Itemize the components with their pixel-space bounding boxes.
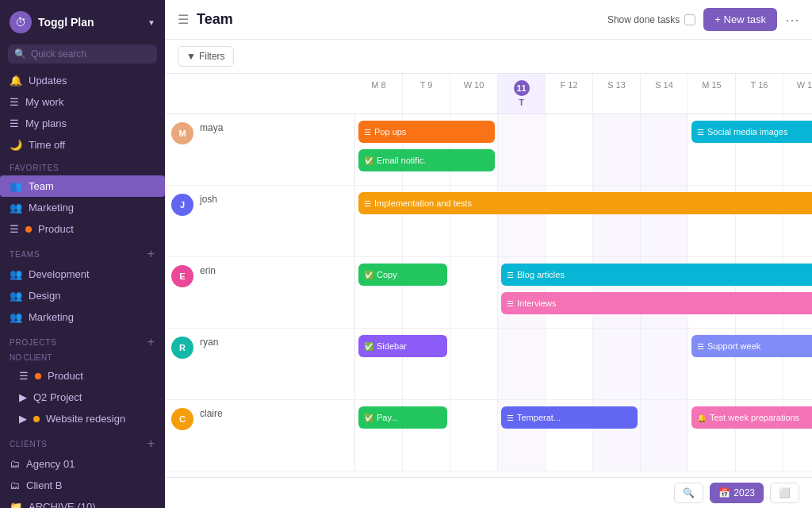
new-task-button[interactable]: + New task: [703, 8, 777, 31]
date-col-T9: T 9: [403, 74, 450, 114]
dot-indicator: [35, 373, 41, 379]
date-bg-col: [641, 114, 688, 185]
dot-indicator: [33, 416, 40, 422]
filter-icon: ▼: [186, 51, 196, 62]
topbar-left: ☰ Team: [178, 11, 233, 28]
date-bg-col: [498, 400, 546, 471]
date-bg-col: [498, 186, 546, 256]
zoom-button[interactable]: 🔍: [674, 483, 703, 503]
timeline-row-ryan: Rryan✅Sidebar☰Support week🔔Billing secti…: [165, 329, 812, 400]
date-bg-col: [450, 114, 498, 185]
date-bg-col: [688, 114, 736, 185]
date-bg-col: [546, 114, 593, 185]
search-input[interactable]: [31, 48, 151, 60]
avatar-erin: E: [171, 265, 193, 287]
sidebar-nav: 🔔Updates☰My work☰My plans🌙Time off: [0, 70, 165, 156]
nav-icon: ☰: [10, 117, 19, 129]
date-bg-col: [450, 257, 498, 328]
date-bg-col: [498, 257, 546, 328]
date-bg-col: [450, 186, 498, 256]
workspace-header[interactable]: ⏱ Toggl Plan ▼: [0, 0, 165, 44]
sidebar-item-team[interactable]: 👥Team: [0, 175, 165, 197]
sidebar-item-agency01[interactable]: 🗂Agency 01: [0, 453, 165, 475]
row-content-maya: ☰Pop ups✅Email notific.☰Social media ima…: [355, 114, 812, 185]
fav-icon: 👥: [10, 202, 22, 214]
teams-section-label: TEAMS +: [0, 240, 165, 264]
add-client-button[interactable]: +: [147, 437, 155, 450]
date-bg-col: [593, 114, 641, 185]
add-project-button[interactable]: +: [147, 336, 155, 348]
date-bg-col: [641, 186, 688, 256]
sidebar-item-development[interactable]: 👥Development: [0, 264, 165, 285]
sidebar-item-client-b[interactable]: 🗂Client B: [0, 475, 165, 496]
nav-icon: 🌙: [10, 139, 22, 151]
proj-icon: ☰: [19, 370, 29, 382]
date-col-S13: S 13: [593, 74, 641, 114]
fav-icon: ☰: [10, 223, 19, 235]
sidebar-item-marketing[interactable]: 👥Marketing: [0, 197, 165, 218]
date-bg-col: [736, 114, 783, 185]
date-bg-col: [736, 329, 783, 399]
timeline-body: Mmaya☰Pop ups✅Email notific.☰Social medi…: [165, 114, 812, 471]
nav-icon: ☰: [10, 96, 19, 108]
sidebar-item-product-proj[interactable]: ☰Product: [0, 365, 165, 387]
date-bg-col: [641, 257, 688, 328]
zoom-icon: 🔍: [683, 487, 695, 498]
date-bg-col: [736, 257, 783, 328]
projects-section-label: PROJECTS +: [0, 328, 165, 352]
row-name-erin: erin: [200, 265, 216, 276]
filters-button[interactable]: ▼ Filters: [178, 46, 234, 67]
timeline-container[interactable]: M 8T 9W 1011TF 12S 13S 14M 15T 16W 17T 1…: [165, 74, 812, 477]
sidebar-item-my-plans[interactable]: ☰My plans: [0, 113, 165, 134]
search-bar[interactable]: 🔍: [8, 44, 157, 64]
more-options-icon[interactable]: ⋯: [785, 11, 799, 29]
date-bg-col: [783, 257, 812, 328]
date-bg-col: [403, 114, 450, 185]
app-logo: ⏱: [10, 11, 32, 33]
expand-button[interactable]: ⬜: [770, 483, 799, 503]
sidebar-teams: 👥Development👥Design👥Marketing: [0, 264, 165, 328]
date-bg-col: [641, 329, 688, 399]
sidebar-item-my-work[interactable]: ☰My work: [0, 91, 165, 113]
favorites-section-label: FAVORITES: [0, 156, 165, 175]
avatar-claire: C: [171, 408, 193, 430]
date-bg-col: [403, 400, 450, 471]
row-label-spacer: [165, 74, 355, 114]
client-icon: 🗂: [10, 479, 20, 491]
sidebar-item-product[interactable]: ☰Product: [0, 218, 165, 240]
sidebar-item-updates[interactable]: 🔔Updates: [0, 70, 165, 91]
row-label-ryan: Rryan: [165, 329, 355, 399]
fav-icon: 👥: [10, 180, 22, 192]
sidebar-item-design[interactable]: 👥Design: [0, 285, 165, 306]
workspace-dropdown-icon: ▼: [147, 18, 155, 27]
date-bg-col: [403, 186, 450, 256]
date-bg-col: [355, 257, 403, 328]
timeline-row-maya: Mmaya☰Pop ups✅Email notific.☰Social medi…: [165, 114, 812, 186]
row-content-ryan: ✅Sidebar☰Support week🔔Billing section☰In…: [355, 329, 812, 399]
row-name-josh: josh: [200, 194, 217, 205]
date-bg-col: [688, 186, 736, 256]
show-done-checkbox[interactable]: [684, 14, 695, 25]
sidebar-item-website-redesign[interactable]: ▶Website redesign: [0, 408, 165, 429]
date-bg-col: [593, 329, 641, 399]
date-bg-col: [546, 257, 593, 328]
sidebar-item-q2-project[interactable]: ▶Q2 Project: [0, 387, 165, 408]
avatar-ryan: R: [171, 337, 193, 359]
date-bg-col: [688, 400, 736, 471]
date-col-W17: W 17: [783, 74, 812, 114]
sidebar-item-archive[interactable]: 📁 ARCHIVE (10): [0, 496, 165, 508]
sidebar-clients: 🗂Agency 01🗂Client B: [0, 453, 165, 496]
filters-bar: ▼ Filters: [165, 40, 812, 74]
date-bg-col: [783, 329, 812, 399]
archive-icon: 📁: [10, 501, 22, 508]
sidebar-item-time-off[interactable]: 🌙Time off: [0, 134, 165, 156]
row-label-erin: Eerin: [165, 257, 355, 328]
calendar-year-button[interactable]: 📅 2023: [710, 483, 764, 503]
sidebar-item-marketing-team[interactable]: 👥Marketing: [0, 306, 165, 328]
sidebar: ⏱ Toggl Plan ▼ 🔍 🔔Updates☰My work☰My pla…: [0, 0, 165, 508]
show-done-label: Show done tasks: [607, 14, 680, 25]
dot-indicator: [25, 226, 32, 233]
add-team-button[interactable]: +: [147, 248, 155, 260]
date-bg-col: [593, 186, 641, 256]
topbar: ☰ Team Show done tasks + New task ⋯: [165, 0, 812, 40]
